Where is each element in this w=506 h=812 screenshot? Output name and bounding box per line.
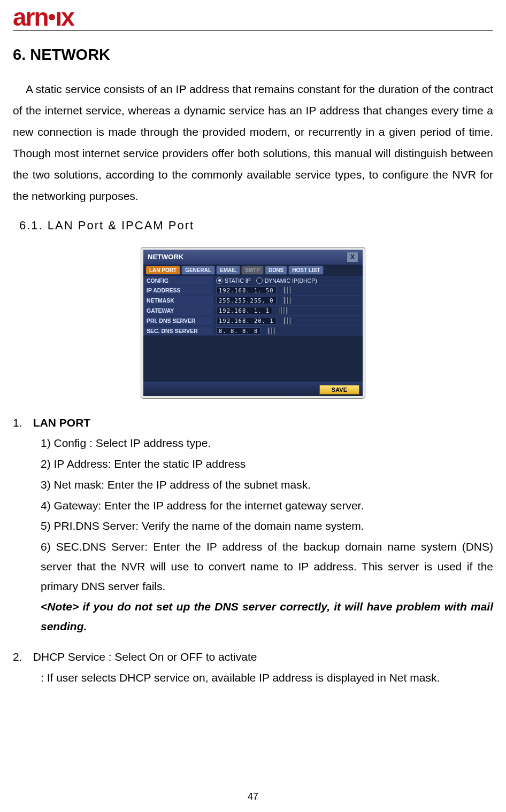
list-number: 2. [13, 647, 30, 667]
sub-item-5: 5) PRI.DNS Server: Verify the name of th… [41, 516, 493, 536]
screenshot-container: NETWORK X LAN PORT GENERAL EMAIL SMTP DD… [13, 248, 493, 398]
radio-static-ip[interactable]: STATIC IP [216, 277, 251, 284]
gateway-row: GATEWAY 192.168. 1. 1 [143, 305, 363, 315]
tab-row: LAN PORT GENERAL EMAIL SMTP DDNS HOST LI… [143, 265, 363, 276]
network-settings-panel: NETWORK X LAN PORT GENERAL EMAIL SMTP DD… [141, 248, 365, 398]
field-rows: CONFIG STATIC IP DYNAMIC IP(DHCP) IP ADD [143, 276, 363, 336]
netmask-input[interactable]: 255.255.255. 0 [216, 297, 277, 304]
tab-host-list[interactable]: HOST LIST [288, 266, 324, 275]
intro-paragraph: A static service consists of an IP addre… [13, 79, 493, 206]
list-item-1-heading: 1. LAN PORT [13, 413, 493, 433]
tab-ddns[interactable]: DDNS [265, 266, 287, 275]
pri-dns-label: PRI. DNS SERVER [143, 316, 213, 325]
stepper-icon[interactable] [267, 327, 276, 335]
list-block-2: 2. DHCP Service : Select On or OFF to ac… [13, 647, 493, 688]
radio-dot-icon [256, 277, 263, 284]
gateway-label: GATEWAY [143, 306, 213, 315]
sec-dns-row: SEC. DNS SERVER 8. 8. 8. 8 [143, 326, 363, 336]
ip-address-row: IP ADDRESS 192.168. 1. 50 [143, 285, 363, 295]
tab-email[interactable]: EMAIL [216, 266, 240, 275]
panel-empty-space [143, 336, 363, 382]
list-heading: DHCP Service : Select On or OFF to activ… [33, 651, 257, 663]
netmask-row: NETMASK 255.255.255. 0 [143, 295, 363, 305]
header-bar: arnıx [13, 6, 493, 31]
gateway-input[interactable]: 192.168. 1. 1 [216, 307, 272, 314]
brand-logo: arnıx [13, 3, 74, 31]
list-2-detail: : If user selects DHCP service on, avail… [41, 668, 493, 688]
radio-dynamic-ip-label: DYNAMIC IP(DHCP) [265, 277, 317, 284]
sec-dns-input[interactable]: 8. 8. 8. 8 [216, 327, 260, 335]
page-number: 47 [0, 791, 506, 802]
section-title: 6. NETWORK [13, 46, 493, 64]
sub-item-4: 4) Gateway: Enter the IP address for the… [41, 496, 493, 516]
list-block-1: 1. LAN PORT 1) Config : Select IP addres… [13, 413, 493, 637]
close-button[interactable]: X [347, 252, 358, 262]
window-titlebar: NETWORK X [143, 250, 363, 265]
close-icon: X [350, 253, 355, 261]
sub-item-3: 3) Net mask: Enter the IP address of the… [41, 475, 493, 495]
stepper-icon[interactable] [283, 287, 292, 294]
sub-item-1: 1) Config : Select IP address type. [41, 434, 493, 453]
subsection-title: 6.1. LAN Port & IPCAM Port [19, 219, 493, 233]
stepper-icon[interactable] [279, 307, 288, 314]
sec-dns-label: SEC. DNS SERVER [143, 327, 213, 335]
radio-static-ip-label: STATIC IP [225, 277, 251, 284]
window-title: NETWORK [148, 253, 183, 261]
sub-item-2: 2) IP Address: Enter the static IP addre… [41, 454, 493, 474]
tab-smtp: SMTP [241, 266, 264, 275]
pri-dns-input[interactable]: 192.168. 20. 1 [216, 317, 277, 324]
sub-items: : If user selects DHCP service on, avail… [41, 668, 493, 688]
config-row: CONFIG STATIC IP DYNAMIC IP(DHCP) [143, 276, 363, 285]
tab-lan-port[interactable]: LAN PORT [145, 266, 180, 275]
note-text: <Note> if you do not set up the DNS serv… [41, 597, 493, 637]
list-item-2-heading: 2. DHCP Service : Select On or OFF to ac… [13, 647, 493, 667]
list-number: 1. [13, 413, 30, 433]
ip-address-label: IP ADDRESS [143, 286, 213, 295]
sub-item-6: 6) SEC.DNS Server: Enter the IP address … [41, 537, 493, 596]
tab-general[interactable]: GENERAL [181, 266, 215, 275]
radio-dot-icon [216, 277, 223, 284]
sub-items: 1) Config : Select IP address type. 2) I… [41, 434, 493, 637]
radio-dynamic-ip[interactable]: DYNAMIC IP(DHCP) [256, 277, 317, 284]
stepper-icon[interactable] [283, 317, 292, 324]
pri-dns-row: PRI. DNS SERVER 192.168. 20. 1 [143, 315, 363, 326]
save-button[interactable]: SAVE [319, 385, 359, 395]
save-row: SAVE [143, 382, 363, 396]
ip-address-input[interactable]: 192.168. 1. 50 [216, 287, 277, 294]
stepper-icon[interactable] [283, 297, 292, 304]
config-label: CONFIG [143, 276, 213, 285]
list-heading: LAN PORT [33, 416, 90, 429]
netmask-label: NETMASK [143, 296, 213, 305]
